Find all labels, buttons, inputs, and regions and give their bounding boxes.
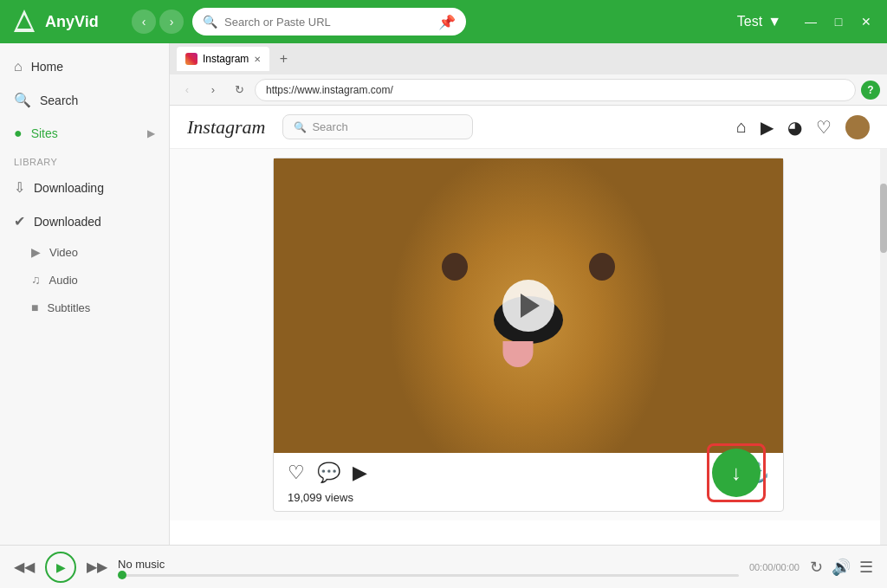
- track-name: No music: [118, 558, 739, 571]
- heart-icon[interactable]: ♡: [816, 117, 832, 138]
- tab-bar: Instagram ✕ +: [170, 43, 887, 74]
- volume-icon[interactable]: 🔊: [832, 558, 851, 577]
- sidebar-sites-label: Sites: [31, 126, 58, 140]
- bottom-player: ◀◀ ▶ ▶▶ No music 00:00/00:00 ↻ 🔊 ☰: [0, 545, 887, 588]
- sidebar-item-home[interactable]: ⌂ Home: [0, 50, 169, 83]
- tab-label: Instagram: [203, 53, 249, 65]
- user-dropdown-icon: ▼: [767, 14, 781, 29]
- subtitles-label: Subtitles: [47, 301, 90, 314]
- instagram-search-icon: 🔍: [294, 121, 307, 133]
- sidebar-item-subtitles[interactable]: ■ Subtitles: [0, 294, 169, 321]
- player-right-buttons: ↻ 🔊 ☰: [810, 558, 873, 577]
- play-triangle-icon: [521, 294, 540, 318]
- sidebar-home-label: Home: [31, 60, 63, 74]
- next-track-button[interactable]: ▶▶: [87, 559, 107, 575]
- video-card: ♡ 💬 ▶ ⚓ 19,099 views ↓: [273, 158, 784, 512]
- scrollbar[interactable]: [880, 149, 887, 545]
- back-button[interactable]: ‹: [132, 10, 156, 34]
- video-thumbnail[interactable]: [274, 158, 783, 453]
- like-icon[interactable]: ♡: [288, 462, 305, 484]
- main-layout: ⌂ Home 🔍 Search ● Sites ▶ Library ⇩ Down…: [0, 43, 887, 545]
- profile-avatar[interactable]: [845, 115, 870, 139]
- playlist-icon[interactable]: ☰: [859, 558, 873, 577]
- maximize-button[interactable]: □: [828, 11, 849, 32]
- browser-forward-button[interactable]: ›: [203, 80, 223, 100]
- user-menu[interactable]: Test ▼: [737, 14, 781, 29]
- library-header: Library: [0, 150, 169, 171]
- minimize-button[interactable]: —: [800, 11, 821, 32]
- browser-refresh-button[interactable]: ↻: [229, 80, 249, 100]
- video-label: Video: [49, 246, 78, 259]
- explore-icon[interactable]: ◕: [787, 117, 802, 138]
- track-progress: [118, 574, 739, 577]
- sites-icon: ●: [14, 126, 23, 141]
- comment-icon[interactable]: 💬: [317, 462, 340, 484]
- progress-bar[interactable]: [118, 574, 739, 577]
- title-search-input[interactable]: [224, 16, 431, 29]
- logo-area: AnyVid: [10, 8, 123, 36]
- instagram-header: Instagram 🔍 Search ⌂ ▶ ◕ ♡: [170, 106, 887, 149]
- instagram-tab[interactable]: Instagram ✕: [177, 47, 269, 71]
- browser-nav: ‹ › ↻ ?: [170, 74, 887, 106]
- play-button-overlay[interactable]: [502, 280, 554, 332]
- nav-buttons: ‹ ›: [132, 10, 184, 34]
- sidebar-item-sites[interactable]: ● Sites ▶: [0, 117, 169, 150]
- user-name: Test: [737, 14, 762, 29]
- share-icon[interactable]: ▶: [353, 462, 367, 484]
- instagram-search-bar[interactable]: 🔍 Search: [282, 114, 473, 139]
- download-arrow-icon: ⇩: [14, 179, 25, 196]
- video-container: ♡ 💬 ▶ ⚓ 19,099 views ↓: [170, 149, 887, 520]
- instagram-content: Instagram 🔍 Search ⌂ ▶ ◕ ♡: [170, 106, 887, 545]
- download-button-wrapper: ↓: [707, 443, 766, 502]
- sidebar-item-video[interactable]: ▶ Video: [0, 238, 169, 266]
- new-tab-button[interactable]: +: [273, 48, 294, 69]
- help-button[interactable]: ?: [861, 81, 880, 100]
- title-search-bar[interactable]: 🔍 📌: [192, 8, 466, 36]
- instagram-search-placeholder: Search: [312, 120, 347, 133]
- music-icon: ♫: [31, 273, 41, 287]
- downloading-label: Downloading: [34, 181, 104, 195]
- prev-track-button[interactable]: ◀◀: [14, 559, 35, 575]
- forward-button[interactable]: ›: [159, 10, 184, 34]
- instagram-nav-icons: ⌂ ▶ ◕ ♡: [736, 115, 870, 139]
- browser-area: Instagram ✕ + ‹ › ↻ ? Instagram 🔍 Search: [170, 43, 887, 545]
- repeat-icon[interactable]: ↻: [810, 558, 823, 577]
- app-logo-icon: [10, 8, 38, 36]
- scrollbar-thumb[interactable]: [880, 184, 887, 253]
- checkmark-circle-icon: ✔: [14, 213, 25, 229]
- sidebar: ⌂ Home 🔍 Search ● Sites ▶ Library ⇩ Down…: [0, 43, 170, 545]
- home-nav-icon[interactable]: ⌂: [736, 117, 747, 137]
- sidebar-item-search[interactable]: 🔍 Search: [0, 83, 169, 117]
- time-display: 00:00/00:00: [749, 562, 800, 572]
- search-icon: 🔍: [14, 92, 31, 108]
- url-bar[interactable]: [255, 79, 856, 101]
- download-arrow-icon: ↓: [731, 461, 741, 485]
- audio-label: Audio: [49, 274, 78, 287]
- pin-icon: 📌: [438, 14, 456, 30]
- instagram-favicon: [185, 53, 197, 65]
- dog-eye-left: [442, 253, 468, 281]
- video-icon: ▶: [31, 245, 41, 259]
- sidebar-item-downloading[interactable]: ⇩ Downloading: [0, 171, 169, 204]
- tab-close-button[interactable]: ✕: [254, 55, 261, 64]
- instagram-logo: Instagram: [187, 116, 265, 139]
- download-button[interactable]: ↓: [712, 449, 761, 497]
- subtitles-icon: ■: [31, 300, 38, 314]
- track-info: No music: [118, 558, 739, 577]
- dog-eye-right: [589, 253, 615, 281]
- titlebar: AnyVid ‹ › 🔍 📌 Test ▼ — □ ✕: [0, 0, 887, 43]
- progress-dot: [118, 571, 126, 579]
- downloaded-label: Downloaded: [34, 215, 101, 229]
- chevron-right-icon: ▶: [147, 127, 155, 139]
- browser-back-button[interactable]: ‹: [177, 80, 197, 100]
- sidebar-item-audio[interactable]: ♫ Audio: [0, 266, 169, 294]
- send-icon[interactable]: ▶: [761, 117, 774, 138]
- window-controls: — □ ✕: [800, 11, 877, 32]
- close-button[interactable]: ✕: [856, 11, 877, 32]
- app-name: AnyVid: [45, 13, 99, 31]
- feed-area[interactable]: ♡ 💬 ▶ ⚓ 19,099 views ↓: [170, 149, 887, 545]
- home-icon: ⌂: [14, 59, 23, 74]
- sidebar-item-downloaded[interactable]: ✔ Downloaded: [0, 204, 169, 238]
- play-pause-button[interactable]: ▶: [45, 552, 76, 583]
- sidebar-search-label: Search: [40, 94, 78, 107]
